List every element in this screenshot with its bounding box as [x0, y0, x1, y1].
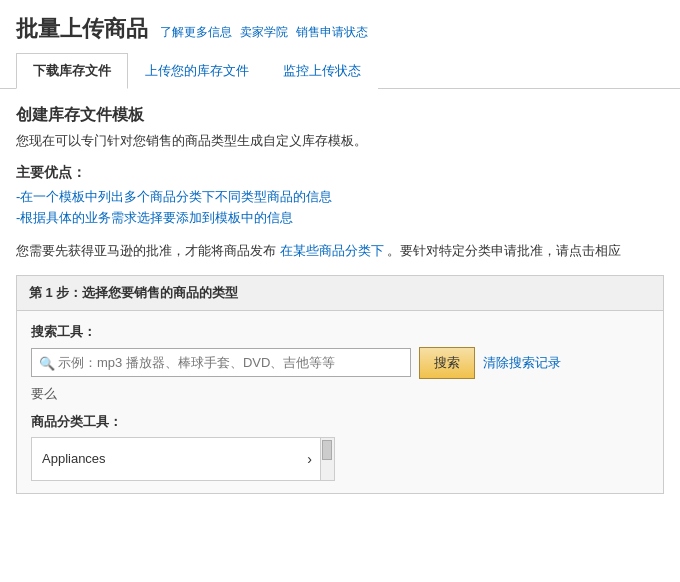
category-item-appliances[interactable]: Appliances — [32, 443, 320, 474]
tab-upload[interactable]: 上传您的库存文件 — [128, 53, 266, 89]
highlight-item-1: -在一个模板中列出多个商品分类下不同类型商品的信息 — [16, 188, 664, 206]
approval-link[interactable]: 在某些商品分类下 — [280, 243, 384, 258]
tab-bar: 下载库存文件 上传您的库存文件 监控上传状态 — [0, 52, 680, 89]
main-content: 创建库存文件模板 您现在可以专门针对您销售的商品类型生成自定义库存模板。 主要优… — [0, 89, 680, 494]
category-list[interactable]: Appliances › — [31, 437, 321, 481]
step1-box: 第 1 步：选择您要销售的商品的类型 搜索工具： 🔍 搜索 清除搜索记录 要么 … — [16, 275, 664, 494]
search-input[interactable] — [31, 348, 411, 377]
scrollbar[interactable] — [321, 437, 335, 481]
section-title: 创建库存文件模板 — [16, 105, 664, 126]
search-icon: 🔍 — [39, 355, 55, 370]
maybe-label: 要么 — [31, 385, 649, 403]
search-row: 🔍 搜索 清除搜索记录 — [31, 347, 649, 379]
scrollbar-thumb — [322, 440, 332, 460]
header-links: 了解更多信息 卖家学院 销售申请状态 — [160, 24, 368, 41]
sales-status-link[interactable]: 销售申请状态 — [296, 24, 368, 41]
highlight-item-2: -根据具体的业务需求选择要添加到模板中的信息 — [16, 209, 664, 227]
category-list-wrapper: Appliances › — [31, 437, 649, 481]
highlights-title: 主要优点： — [16, 164, 664, 182]
category-arrow-icon: › — [307, 451, 312, 467]
approval-notice: 您需要先获得亚马逊的批准，才能将商品发布 在某些商品分类下 。要针对特定分类申请… — [16, 241, 664, 261]
step1-header: 第 1 步：选择您要销售的商品的类型 — [17, 276, 663, 311]
section-desc: 您现在可以专门针对您销售的商品类型生成自定义库存模板。 — [16, 132, 664, 150]
seller-academy-link[interactable]: 卖家学院 — [240, 24, 288, 41]
search-input-wrapper: 🔍 — [31, 348, 411, 377]
search-label: 搜索工具： — [31, 323, 649, 341]
learn-more-link[interactable]: 了解更多信息 — [160, 24, 232, 41]
search-button[interactable]: 搜索 — [419, 347, 475, 379]
category-label: 商品分类工具： — [31, 413, 649, 431]
tab-monitor[interactable]: 监控上传状态 — [266, 53, 378, 89]
tab-download[interactable]: 下载库存文件 — [16, 53, 128, 89]
approval-text-after: 。要针对特定分类申请批准，请点击相应 — [387, 243, 621, 258]
step1-content: 搜索工具： 🔍 搜索 清除搜索记录 要么 商品分类工具： Appliances … — [17, 311, 663, 493]
clear-search-link[interactable]: 清除搜索记录 — [483, 354, 561, 372]
approval-text-before: 您需要先获得亚马逊的批准，才能将商品发布 — [16, 243, 276, 258]
page-header: 批量上传商品 了解更多信息 卖家学院 销售申请状态 — [0, 0, 680, 52]
page-title: 批量上传商品 — [16, 14, 148, 44]
